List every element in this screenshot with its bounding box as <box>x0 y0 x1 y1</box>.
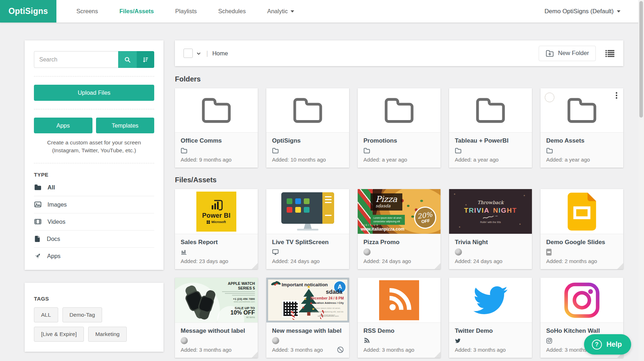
content-area: | Home New Folder <box>175 40 623 358</box>
trivia-banner: ✦ ✦ ✦ ✦ ✦ Throwback TRIVIANIGHT Rollin' … <box>449 189 532 234</box>
twitter-mini-icon <box>455 338 461 343</box>
breadcrumb-toolbar: | Home New Folder <box>175 40 623 66</box>
scrollbar-thumb[interactable] <box>639 1 643 118</box>
folder-card-tableau-powerbi[interactable]: Tableau + PowerBI Added: a year ago <box>449 88 532 168</box>
breadcrumb[interactable]: Home <box>212 50 228 57</box>
file-card-new-message-with-label[interactable]: Important noticaition A ★ <box>266 278 349 358</box>
new-folder-button[interactable]: New Folder <box>539 46 596 61</box>
selection-dropdown[interactable] <box>196 51 201 56</box>
file-info: Pizza Promo Added: 24 days ago <box>358 234 441 269</box>
folder-card-demo-assets[interactable]: Demo Assets Added: a year ago <box>540 88 623 168</box>
folders-heading: Folders <box>175 74 623 84</box>
microsoft-logo-icon <box>207 221 210 224</box>
added-date: Added: 10 months ago <box>272 156 343 163</box>
list-view-toggle[interactable] <box>605 49 615 58</box>
added-date: Added: 23 days ago <box>181 258 252 265</box>
google-slides-icon <box>568 193 596 231</box>
file-info: Message without label Added: 3 months ag… <box>175 323 258 358</box>
apps-button[interactable]: Apps <box>34 118 92 133</box>
bar-chart-icon <box>181 249 187 255</box>
squiggle-icon <box>482 216 499 219</box>
account-switcher[interactable]: Demo OptiSigns (Default) <box>544 0 620 23</box>
added-date: Added: 3 months ago <box>363 346 435 353</box>
file-card-live-tv-splitscreen[interactable]: Live TV SplitScreen Added: 24 days ago <box>266 189 349 269</box>
rss-mini-icon <box>363 337 370 344</box>
chevron-down-icon <box>196 51 201 56</box>
folder-card-optisigns[interactable]: OptiSigns Added: 10 months ago <box>266 88 349 168</box>
instagram-icon <box>563 281 601 319</box>
divider <box>34 76 154 76</box>
pizza-promo-thumbnail: Pizza sdasda Lorem ipsum dolor sit amet,… <box>358 189 441 234</box>
optisigns-logo[interactable]: OptiSigns <box>0 0 56 23</box>
folder-name: Tableau + PowerBI <box>455 137 526 145</box>
templates-button[interactable]: Templates <box>96 118 155 133</box>
file-name: New message with label <box>272 327 343 335</box>
nav-screens[interactable]: Screens <box>76 8 98 15</box>
folder-card-office-comms[interactable]: Office Comms Added: 9 months ago <box>175 88 258 168</box>
folder-card-promotions[interactable]: Promotions Added: a year ago <box>358 88 441 168</box>
powerbi-thumbnail: Power BI Microsoft <box>175 189 258 234</box>
help-button[interactable]: ? Help <box>584 334 631 355</box>
google-slides-thumbnail <box>540 189 623 234</box>
type-filter-images[interactable]: Images <box>34 196 154 213</box>
folder-info: Tableau + PowerBI Added: a year ago <box>449 133 532 168</box>
rss-thumbnail <box>358 278 441 323</box>
kebab-menu-icon[interactable] <box>613 91 620 100</box>
added-date: Added: 3 months ago <box>181 346 252 353</box>
file-name: RSS Demo <box>363 327 435 335</box>
nav-files-assets[interactable]: Files/Assets <box>120 8 154 15</box>
file-card-trivia-night[interactable]: ✦ ✦ ✦ ✦ ✦ Throwback TRIVIANIGHT Rollin' … <box>449 189 532 269</box>
rss-logo <box>379 280 419 320</box>
sidebar-filters-card: Upload Files Apps Templates Create a cus… <box>25 40 163 270</box>
folder-thumbnail <box>449 88 532 133</box>
christmas-banner: Important noticaition A ★ <box>266 278 349 322</box>
added-date: Added: a year ago <box>546 156 618 163</box>
tag-all[interactable]: ALL <box>34 307 58 322</box>
search-button[interactable] <box>118 51 137 68</box>
page-scrollbar[interactable] <box>638 0 644 361</box>
tag-demo-tag[interactable]: Demo-Tag <box>62 307 102 322</box>
type-filter-list: All Images Videos <box>34 179 154 265</box>
file-card-twitter-demo[interactable]: Twitter Demo Added: 3 months ago <box>449 278 532 358</box>
folder-mini-icon <box>455 148 462 154</box>
sidebar: Upload Files Apps Templates Create a cus… <box>25 40 163 352</box>
folder-mini-icon <box>546 148 553 154</box>
nav-playlists[interactable]: Playlists <box>175 8 197 15</box>
search-input[interactable] <box>34 51 118 68</box>
type-heading: TYPE <box>34 172 154 178</box>
file-card-rss-demo[interactable]: RSS Demo Added: 3 months ago <box>358 278 441 358</box>
files-grid-row1: Power BI Microsoft Sales Report <box>175 189 623 269</box>
type-filter-all[interactable]: All <box>34 179 154 196</box>
sort-button[interactable] <box>137 51 154 68</box>
files-assets-heading: Files/Assets <box>175 175 623 185</box>
type-filter-docs[interactable]: Docs <box>34 231 154 248</box>
file-info: Live TV SplitScreen Added: 24 days ago <box>266 234 349 269</box>
file-name: Live TV SplitScreen <box>272 238 343 246</box>
folder-name: Office Comms <box>181 137 252 145</box>
canva-icon <box>272 337 279 344</box>
file-info: RSS Demo Added: 3 months ago <box>358 323 441 358</box>
twitter-thumbnail <box>449 278 532 323</box>
trivia-night-thumbnail: ✦ ✦ ✦ ✦ ✦ Throwback TRIVIANIGHT Rollin' … <box>449 189 532 234</box>
folder-info: OptiSigns Added: 10 months ago <box>266 133 349 168</box>
select-all-checkbox[interactable] <box>183 49 193 58</box>
file-card-message-without-label[interactable]: APPLE WATCH SERIES 5 +1 (23) 456 7890 ww… <box>175 278 258 358</box>
file-name: Pizza Promo <box>363 238 435 246</box>
folder-info: Demo Assets Added: a year ago <box>540 133 623 168</box>
type-filter-videos[interactable]: Videos <box>34 213 154 231</box>
file-card-demo-google-slides[interactable]: Demo Google Slides Added: 2 months ago <box>540 189 623 269</box>
select-item-circle[interactable] <box>545 93 554 102</box>
tag-live-expire[interactable]: [Live & Expire] <box>34 327 84 342</box>
nav-schedules[interactable]: Schedules <box>218 8 246 15</box>
nav-analytic[interactable]: Analytic <box>267 8 294 15</box>
folder-thumbnail <box>358 88 441 133</box>
folder-icon <box>565 96 598 125</box>
tag-marketing[interactable]: Marketing <box>88 327 127 342</box>
upload-files-button[interactable]: Upload Files <box>34 85 154 101</box>
folder-mini-icon <box>181 148 187 154</box>
file-card-pizza-promo[interactable]: Pizza sdasda Lorem ipsum dolor sit amet,… <box>358 189 441 269</box>
folder-thumbnail <box>540 88 623 133</box>
type-filter-apps[interactable]: Apps <box>34 248 154 265</box>
file-card-sales-report[interactable]: Power BI Microsoft Sales Report <box>175 189 258 269</box>
sidebar-tags-card: TAGS ALL Demo-Tag [Live & Expire] Market… <box>25 283 163 352</box>
